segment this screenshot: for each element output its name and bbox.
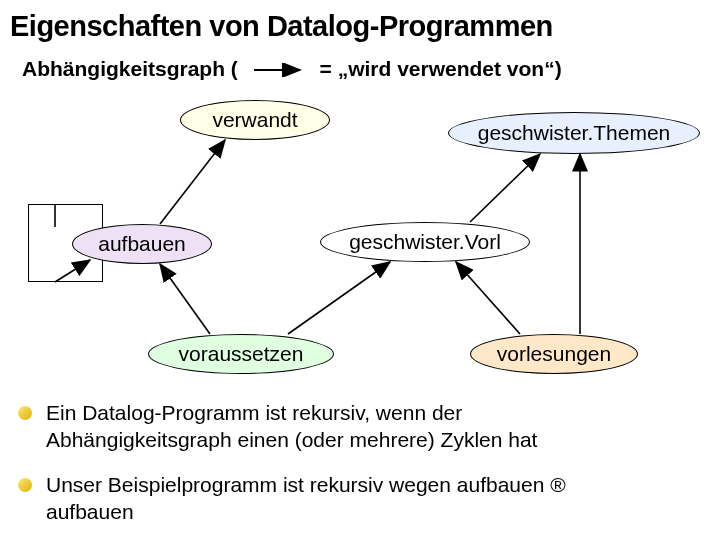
node-vorlesungen: vorlesungen <box>470 334 638 374</box>
bullet-text: Unser Beispielprogramm ist rekursiv wege… <box>46 473 550 496</box>
arrow-icon <box>252 58 306 82</box>
svg-line-4 <box>456 262 520 334</box>
svg-line-1 <box>160 140 225 224</box>
implies-icon: ® <box>550 473 565 496</box>
node-voraussetzen: voraussetzen <box>148 334 334 374</box>
bullet-item: Unser Beispielprogramm ist rekursiv wege… <box>46 472 702 526</box>
bullet-text: Ein Datalog-Programm ist rekursiv, wenn … <box>46 401 462 424</box>
svg-line-2 <box>160 264 210 334</box>
bullet-text: Abhängigkeitsgraph einen (oder mehrere) … <box>46 428 537 451</box>
bullet-list: Ein Datalog-Programm ist rekursiv, wenn … <box>0 392 720 526</box>
node-aufbauen: aufbauen <box>72 224 212 264</box>
svg-line-6 <box>470 154 540 222</box>
bullet-text: aufbauen <box>46 500 134 523</box>
bullet-item: Ein Datalog-Programm ist rekursiv, wenn … <box>46 400 702 454</box>
svg-line-3 <box>288 262 390 334</box>
subtitle-right: = „wird verwendet von“) <box>320 57 562 80</box>
node-geschwister-vorl: geschwister.Vorl <box>320 222 530 262</box>
dependency-graph: verwandt geschwister.Themen aufbauen ges… <box>0 82 720 392</box>
node-geschwister-themen: geschwister.Themen <box>448 112 700 154</box>
subtitle: Abhängigkeitsgraph ( = „wird verwendet v… <box>0 43 720 82</box>
subtitle-left: Abhängigkeitsgraph ( <box>22 57 238 80</box>
page-title: Eigenschaften von Datalog-Programmen <box>0 0 720 43</box>
node-verwandt: verwandt <box>180 100 330 140</box>
